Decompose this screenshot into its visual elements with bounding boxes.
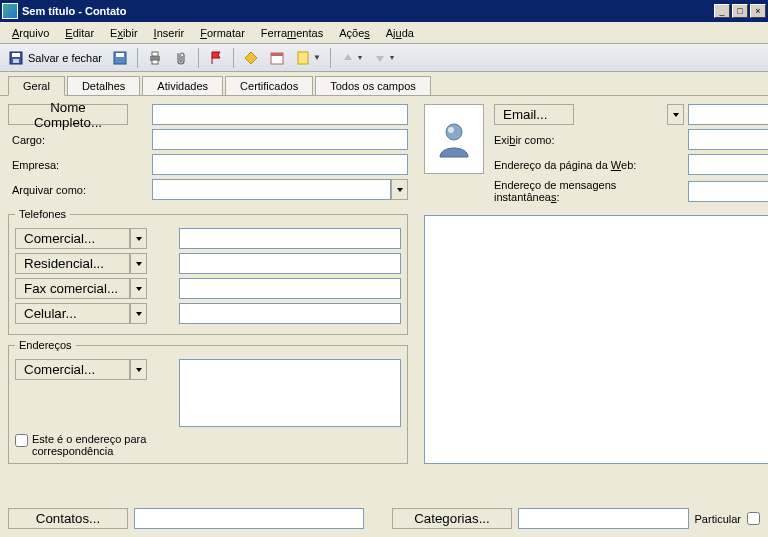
full-name-button[interactable]: Nome Completo... (8, 104, 128, 125)
save-button[interactable] (108, 47, 132, 69)
particular-checkbox[interactable] (747, 512, 760, 525)
tel-fax-dropdown[interactable] (130, 278, 147, 299)
menu-ajuda[interactable]: Ajuda (378, 25, 422, 41)
tab-todos-campos[interactable]: Todos os campos (315, 76, 431, 95)
svg-point-11 (446, 124, 462, 140)
telefones-group: Telefones Comercial... Residencial... Fa… (8, 208, 408, 335)
categorias-button[interactable]: Categorias... (392, 508, 512, 529)
autopick-button[interactable] (239, 47, 263, 69)
email-dropdown[interactable] (667, 104, 684, 125)
contatos-input[interactable] (134, 508, 364, 529)
categorias-input[interactable] (518, 508, 689, 529)
end-corresp-label: Este é o endereço para correspondência (32, 433, 182, 457)
menu-formatar[interactable]: Formatar (192, 25, 253, 41)
arquivar-label: Arquivar como: (8, 184, 128, 196)
tab-atividades[interactable]: Atividades (142, 76, 223, 95)
minimize-button[interactable]: _ (714, 4, 730, 18)
up-arrow-icon (340, 50, 356, 66)
print-button[interactable] (143, 47, 167, 69)
print-icon (147, 50, 163, 66)
flag-icon (208, 50, 224, 66)
tel-comercial-button[interactable]: Comercial... (15, 228, 130, 249)
save-close-label: Salvar e fechar (28, 52, 102, 64)
end-comercial-dropdown[interactable] (130, 359, 147, 380)
tel-residencial-dropdown[interactable] (130, 253, 147, 274)
arquivar-input[interactable] (152, 179, 391, 200)
note-icon (295, 50, 311, 66)
svg-rect-4 (116, 53, 124, 57)
diamond-icon (243, 50, 259, 66)
tab-detalhes[interactable]: Detalhes (67, 76, 140, 95)
tel-fax-button[interactable]: Fax comercial... (15, 278, 130, 299)
empresa-input[interactable] (152, 154, 408, 175)
menu-inserir[interactable]: Inserir (146, 25, 193, 41)
email-input[interactable] (688, 104, 768, 125)
window-title: Sem título - Contato (22, 5, 712, 17)
toolbar: Salvar e fechar ▼ ▾ ▾ (0, 44, 768, 72)
telefones-legend: Telefones (15, 208, 70, 220)
contatos-button[interactable]: Contatos... (8, 508, 128, 529)
end-comercial-button[interactable]: Comercial... (15, 359, 130, 380)
web-input[interactable] (688, 154, 768, 175)
new-task-button[interactable]: ▼ (291, 47, 325, 69)
cargo-input[interactable] (152, 129, 408, 150)
contact-avatar[interactable] (424, 104, 484, 174)
menu-arquivo[interactable]: Arquivo (4, 25, 57, 41)
right-column: Email... Exibir como: Endereço da página… (424, 104, 768, 464)
email-button[interactable]: Email... (494, 104, 574, 125)
up-button[interactable]: ▾ (336, 47, 366, 69)
end-corresp-checkbox[interactable] (15, 434, 28, 447)
separator (198, 48, 199, 68)
exibir-como-label: Exibir como: (494, 134, 555, 146)
tel-residencial-input[interactable] (179, 253, 401, 274)
tab-geral[interactable]: Geral (8, 76, 65, 96)
tab-certificados[interactable]: Certificados (225, 76, 313, 95)
close-button[interactable]: × (750, 4, 766, 18)
svg-rect-10 (298, 52, 308, 64)
menu-acoes[interactable]: Ações (331, 25, 378, 41)
separator (330, 48, 331, 68)
title-bar: Sem título - Contato _ □ × (0, 0, 768, 22)
web-label: Endereço da página da Web: (494, 159, 636, 171)
tel-comercial-input[interactable] (179, 228, 401, 249)
down-arrow-icon (372, 50, 388, 66)
tel-comercial-dropdown[interactable] (130, 228, 147, 249)
new-meeting-button[interactable] (265, 47, 289, 69)
full-name-input[interactable] (152, 104, 408, 125)
separator (233, 48, 234, 68)
down-button[interactable]: ▾ (368, 47, 398, 69)
empresa-label: Empresa: (8, 159, 128, 171)
notes-textarea[interactable] (424, 215, 768, 464)
end-comercial-input[interactable] (179, 359, 401, 427)
menu-editar[interactable]: Editar (57, 25, 102, 41)
left-column: Nome Completo... Cargo: Empresa: Arquiva… (8, 104, 408, 464)
im-input[interactable] (688, 181, 768, 202)
bottom-bar: Contatos... Categorias... Particular (8, 508, 760, 529)
svg-rect-9 (271, 53, 283, 56)
svg-point-12 (448, 127, 454, 133)
svg-rect-6 (152, 52, 158, 56)
attach-button[interactable] (169, 47, 193, 69)
tel-celular-dropdown[interactable] (130, 303, 147, 324)
cargo-label: Cargo: (8, 134, 128, 146)
tel-celular-button[interactable]: Celular... (15, 303, 130, 324)
svg-rect-2 (13, 59, 19, 63)
maximize-button[interactable]: □ (732, 4, 748, 18)
paperclip-icon (173, 50, 189, 66)
menu-ferramentas[interactable]: Ferramentas (253, 25, 331, 41)
separator (137, 48, 138, 68)
exibir-como-input[interactable] (688, 129, 768, 150)
tel-fax-input[interactable] (179, 278, 401, 299)
menu-bar: Arquivo Editar Exibir Inserir Formatar F… (0, 22, 768, 44)
save-close-button[interactable]: Salvar e fechar (4, 47, 106, 69)
enderecos-group: Endereços Comercial... Este é o endereço… (8, 339, 408, 464)
particular-label: Particular (695, 513, 741, 525)
calendar-icon (269, 50, 285, 66)
tel-celular-input[interactable] (179, 303, 401, 324)
tel-residencial-button[interactable]: Residencial... (15, 253, 130, 274)
save-icon (8, 50, 24, 66)
menu-exibir[interactable]: Exibir (102, 25, 146, 41)
flag-button[interactable] (204, 47, 228, 69)
arquivar-dropdown[interactable] (391, 179, 408, 200)
svg-rect-1 (12, 53, 20, 57)
